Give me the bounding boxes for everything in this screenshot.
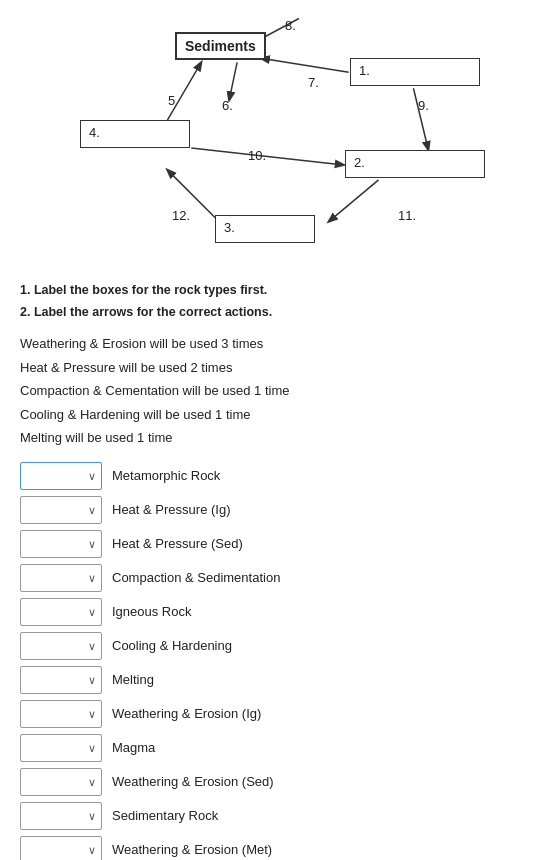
dropdown-row: Metamorphic RockHeat & Pressure (Ig)Heat… bbox=[20, 598, 518, 626]
usage-list: Weathering & Erosion will be used 3 time… bbox=[20, 334, 518, 448]
dropdown-select-7[interactable]: Metamorphic RockHeat & Pressure (Ig)Heat… bbox=[20, 700, 102, 728]
dropdown-row: Metamorphic RockHeat & Pressure (Ig)Heat… bbox=[20, 632, 518, 660]
dropdown-row: Metamorphic RockHeat & Pressure (Ig)Heat… bbox=[20, 530, 518, 558]
box4-label: 4. bbox=[89, 125, 100, 140]
dropdown-label-2: Heat & Pressure (Sed) bbox=[112, 536, 243, 551]
usage-item: Weathering & Erosion will be used 3 time… bbox=[20, 334, 518, 354]
diagram: Sediments 1. 2. 3. 4. 8. 7. 6. 5 9. 10. … bbox=[20, 10, 518, 270]
dropdown-label-4: Igneous Rock bbox=[112, 604, 192, 619]
svg-line-5 bbox=[191, 148, 343, 165]
instruction-line2: 2. Label the arrows for the correct acti… bbox=[20, 305, 272, 319]
svg-line-6 bbox=[329, 180, 379, 222]
svg-line-2 bbox=[229, 62, 237, 100]
box-3: 3. bbox=[215, 215, 315, 243]
dropdown-select-5[interactable]: Metamorphic RockHeat & Pressure (Ig)Heat… bbox=[20, 632, 102, 660]
dropdown-label-9: Weathering & Erosion (Sed) bbox=[112, 774, 274, 789]
num-6: 6. bbox=[222, 98, 233, 113]
dropdown-label-1: Heat & Pressure (Ig) bbox=[112, 502, 231, 517]
box2-label: 2. bbox=[354, 155, 365, 170]
dropdown-select-4[interactable]: Metamorphic RockHeat & Pressure (Ig)Heat… bbox=[20, 598, 102, 626]
dropdown-row: Metamorphic RockHeat & Pressure (Ig)Heat… bbox=[20, 802, 518, 830]
dropdown-label-7: Weathering & Erosion (Ig) bbox=[112, 706, 261, 721]
num-8: 8. bbox=[285, 18, 296, 33]
usage-item: Heat & Pressure will be used 2 times bbox=[20, 358, 518, 378]
usage-item: Cooling & Hardening will be used 1 time bbox=[20, 405, 518, 425]
dropdown-select-10[interactable]: Metamorphic RockHeat & Pressure (Ig)Heat… bbox=[20, 802, 102, 830]
dropdown-select-1[interactable]: Metamorphic RockHeat & Pressure (Ig)Heat… bbox=[20, 496, 102, 524]
num-5: 5 bbox=[168, 93, 175, 108]
dropdown-row: Metamorphic RockHeat & Pressure (Ig)Heat… bbox=[20, 462, 518, 490]
dropdown-select-2[interactable]: Metamorphic RockHeat & Pressure (Ig)Heat… bbox=[20, 530, 102, 558]
dropdown-row: Metamorphic RockHeat & Pressure (Ig)Heat… bbox=[20, 496, 518, 524]
dropdown-select-0[interactable]: Metamorphic RockHeat & Pressure (Ig)Heat… bbox=[20, 462, 102, 490]
box-4: 4. bbox=[80, 120, 190, 148]
num-7: 7. bbox=[308, 75, 319, 90]
instructions: 1. Label the boxes for the rock types fi… bbox=[20, 280, 518, 322]
dropdown-select-8[interactable]: Metamorphic RockHeat & Pressure (Ig)Heat… bbox=[20, 734, 102, 762]
dropdown-row: Metamorphic RockHeat & Pressure (Ig)Heat… bbox=[20, 666, 518, 694]
dropdown-select-11[interactable]: Metamorphic RockHeat & Pressure (Ig)Heat… bbox=[20, 836, 102, 861]
num-12: 12. bbox=[172, 208, 190, 223]
dropdown-row: Metamorphic RockHeat & Pressure (Ig)Heat… bbox=[20, 836, 518, 861]
dropdown-label-11: Weathering & Erosion (Met) bbox=[112, 842, 272, 857]
dropdown-list: Metamorphic RockHeat & Pressure (Ig)Heat… bbox=[20, 462, 518, 861]
box-1: 1. bbox=[350, 58, 480, 86]
sediments-box: Sediments bbox=[175, 32, 266, 60]
dropdown-select-6[interactable]: Metamorphic RockHeat & Pressure (Ig)Heat… bbox=[20, 666, 102, 694]
dropdown-row: Metamorphic RockHeat & Pressure (Ig)Heat… bbox=[20, 768, 518, 796]
dropdown-row: Metamorphic RockHeat & Pressure (Ig)Heat… bbox=[20, 564, 518, 592]
dropdown-label-10: Sedimentary Rock bbox=[112, 808, 218, 823]
sediments-label: Sediments bbox=[185, 38, 256, 54]
dropdown-row: Metamorphic RockHeat & Pressure (Ig)Heat… bbox=[20, 734, 518, 762]
dropdown-label-0: Metamorphic Rock bbox=[112, 468, 220, 483]
num-10: 10. bbox=[248, 148, 266, 163]
box-2: 2. bbox=[345, 150, 485, 178]
dropdown-select-9[interactable]: Metamorphic RockHeat & Pressure (Ig)Heat… bbox=[20, 768, 102, 796]
box1-label: 1. bbox=[359, 63, 370, 78]
dropdown-row: Metamorphic RockHeat & Pressure (Ig)Heat… bbox=[20, 700, 518, 728]
dropdown-select-3[interactable]: Metamorphic RockHeat & Pressure (Ig)Heat… bbox=[20, 564, 102, 592]
dropdown-label-3: Compaction & Sedimentation bbox=[112, 570, 280, 585]
instruction-line1: 1. Label the boxes for the rock types fi… bbox=[20, 283, 267, 297]
box3-label: 3. bbox=[224, 220, 235, 235]
num-11: 11. bbox=[398, 208, 416, 223]
svg-line-3 bbox=[167, 62, 201, 120]
dropdown-label-6: Melting bbox=[112, 672, 154, 687]
num-9: 9. bbox=[418, 98, 429, 113]
usage-item: Compaction & Cementation will be used 1 … bbox=[20, 381, 518, 401]
usage-item: Melting will be used 1 time bbox=[20, 428, 518, 448]
dropdown-label-5: Cooling & Hardening bbox=[112, 638, 232, 653]
svg-line-1 bbox=[261, 58, 349, 72]
dropdown-label-8: Magma bbox=[112, 740, 155, 755]
